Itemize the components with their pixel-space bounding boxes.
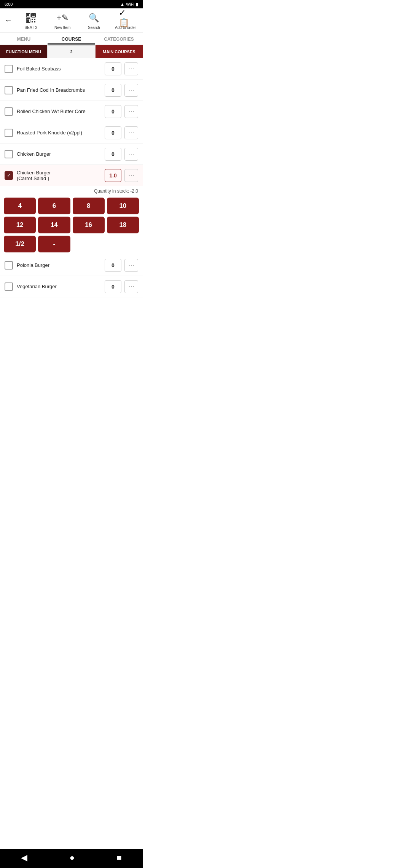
item-name-polonia-burger: Polonia Burger [17,262,105,268]
new-item-label: New Item [54,26,70,30]
search-button[interactable]: 🔍 Search [82,11,106,30]
quick-qty-grid: 4 6 8 10 12 14 16 18 1/2 - [0,195,143,255]
menu-item-roasted-pork: Roasted Pork Knuckle (x2ppl) 0 ⋯ [0,122,143,144]
filter-main-courses[interactable]: MAIN COURSES [96,45,143,58]
nav-back-icon[interactable]: ◀ [21,853,27,863]
more-chicken-burger[interactable]: ⋯ [124,148,138,161]
nav-square-icon[interactable]: ■ [116,853,121,863]
tab-categories[interactable]: CATEGORIES [95,33,143,45]
checkbox-foil-baked-seabass[interactable] [5,65,13,73]
status-icons: ▲ WiFi ▮ [120,2,138,7]
qty-roasted-pork[interactable]: 0 [105,126,121,139]
qty-foil-baked-seabass[interactable]: 0 [105,62,121,75]
qty-btn-14[interactable]: 14 [38,217,70,233]
qty-chicken-burger[interactable]: 0 [105,148,121,161]
qty-vegetarian-burger[interactable]: 0 [105,280,121,293]
more-roasted-pork[interactable]: ⋯ [124,126,138,139]
checkbox-roasted-pork[interactable] [5,129,13,137]
menu-item-chicken-burger: Chicken Burger 0 ⋯ [0,144,143,165]
qr-icon [24,11,38,25]
toolbar-items: SEAT 2 +✎ New Item 🔍 Search ✓📋 Add to or… [15,11,141,30]
stock-info: Quantity in stock: -2.0 [0,186,143,195]
item-name-pan-fried-cod: Pan Fried Cod In Breadcrumbs [17,87,105,93]
qty-rolled-chicken[interactable]: 0 [105,105,121,118]
checkbox-chicken-burger-carrot[interactable]: ✓ [5,171,13,180]
qty-btn-18[interactable]: 18 [107,217,139,233]
svg-rect-3 [32,14,35,16]
menu-item-polonia-burger: Polonia Burger 0 ⋯ [0,255,143,276]
tab-menu[interactable]: MENU [0,33,48,45]
tab-course[interactable]: COURSE [48,33,95,45]
filter-function-menu[interactable]: FUNCTION MENU [0,45,47,58]
menu-list: Foil Baked Seabass 0 ⋯ Pan Fried Cod In … [0,58,143,320]
svg-rect-5 [27,19,29,22]
more-vegetarian-burger[interactable]: ⋯ [124,280,138,293]
item-name-chicken-burger-carrot: Chicken Burger (Carrot Salad ) [17,170,105,181]
svg-rect-6 [32,19,33,20]
more-polonia-burger[interactable]: ⋯ [124,259,138,272]
svg-rect-9 [34,21,35,22]
qty-pan-fried-cod[interactable]: 0 [105,84,121,97]
checkbox-vegetarian-burger[interactable] [5,282,13,291]
qty-btn-16[interactable]: 16 [73,217,105,233]
checkbox-polonia-burger[interactable] [5,261,13,270]
bottom-nav: ◀ ● ■ [0,849,143,868]
checkbox-pan-fried-cod[interactable] [5,86,13,94]
qty-polonia-burger[interactable]: 0 [105,259,121,272]
qty-btn-half[interactable]: 1/2 [4,236,36,252]
new-item-button[interactable]: +✎ New Item [50,11,75,30]
svg-rect-8 [32,21,33,22]
filter-row: FUNCTION MENU 2 MAIN COURSES [0,45,143,58]
qty-btn-10[interactable]: 10 [107,198,139,214]
qty-btn-minus[interactable]: - [38,236,70,252]
search-label: Search [88,26,100,30]
menu-item-foil-baked-seabass: Foil Baked Seabass 0 ⋯ [0,58,143,80]
toolbar: ← SEAT 2 +✎ [0,8,143,33]
menu-item-pan-fried-cod: Pan Fried Cod In Breadcrumbs 0 ⋯ [0,80,143,101]
qty-btn-6[interactable]: 6 [38,198,70,214]
status-bar: 6:00 ▲ WiFi ▮ [0,0,143,8]
svg-rect-7 [34,19,35,20]
qty-btn-12[interactable]: 12 [4,217,36,233]
menu-item-rolled-chicken: Rolled Chicken W/t Butter Core 0 ⋯ [0,101,143,122]
back-icon: ← [5,16,12,25]
qty-btn-4[interactable]: 4 [4,198,36,214]
qty-btn-8[interactable]: 8 [73,198,105,214]
status-time: 6:00 [5,2,13,6]
tab-bar: MENU COURSE CATEGORIES [0,33,143,45]
more-chicken-burger-carrot[interactable]: ⋯ [124,169,138,182]
item-name-vegetarian-burger: Vegetarian Burger [17,284,105,289]
more-foil-baked-seabass[interactable]: ⋯ [124,62,138,75]
checkbox-rolled-chicken[interactable] [5,107,13,116]
add-to-order-icon: ✓📋 [119,11,132,25]
menu-item-vegetarian-burger: Vegetarian Burger 0 ⋯ [0,276,143,297]
seat-label: SEAT 2 [25,26,38,30]
add-to-order-label: Add to order [115,26,136,30]
more-pan-fried-cod[interactable]: ⋯ [124,84,138,97]
seat-button[interactable]: SEAT 2 [19,11,43,30]
qty-chicken-burger-carrot[interactable]: 1.0 [105,169,121,182]
item-name-roasted-pork: Roasted Pork Knuckle (x2ppl) [17,130,105,136]
item-name-rolled-chicken: Rolled Chicken W/t Butter Core [17,108,105,114]
nav-home-icon[interactable]: ● [70,853,75,863]
filter-course-2[interactable]: 2 [47,45,95,58]
menu-item-chicken-burger-carrot: ✓ Chicken Burger (Carrot Salad ) 1.0 ⋯ [0,165,143,186]
search-icon: 🔍 [87,11,101,25]
more-rolled-chicken[interactable]: ⋯ [124,105,138,118]
new-item-icon: +✎ [56,11,69,25]
back-button[interactable]: ← [2,14,15,27]
checkbox-chicken-burger[interactable] [5,150,13,158]
add-to-order-button[interactable]: ✓📋 Add to order [113,11,138,30]
svg-rect-1 [27,14,29,16]
item-name-foil-baked-seabass: Foil Baked Seabass [17,66,105,72]
item-name-chicken-burger: Chicken Burger [17,151,105,157]
